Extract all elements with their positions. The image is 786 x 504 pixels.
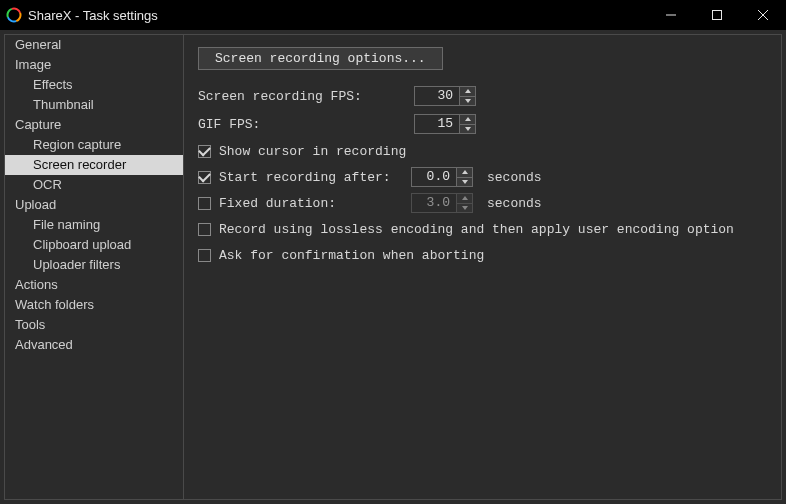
gif-fps-label: GIF FPS: [198,117,414,132]
gif-fps-down[interactable] [460,124,475,134]
start-after-checkbox[interactable] [198,171,211,184]
start-after-spinner[interactable]: 0.0 [411,167,473,187]
fixed-duration-up [457,194,472,203]
fixed-duration-value: 3.0 [412,194,456,212]
window-title: ShareX - Task settings [28,8,158,23]
start-after-label: Start recording after: [219,170,411,185]
show-cursor-checkbox[interactable] [198,145,211,158]
sidebar-item-image[interactable]: Image [5,55,183,75]
sidebar-item-thumbnail[interactable]: Thumbnail [5,95,183,115]
start-after-up[interactable] [457,168,472,177]
fps-down[interactable] [460,96,475,106]
minimize-button[interactable] [648,0,694,30]
maximize-button[interactable] [694,0,740,30]
fps-up[interactable] [460,87,475,96]
close-button[interactable] [740,0,786,30]
sidebar-item-clipboard-upload[interactable]: Clipboard upload [5,235,183,255]
settings-panel: Screen recording options... Screen recor… [184,34,782,500]
svg-rect-5 [713,11,722,20]
fixed-duration-checkbox[interactable] [198,197,211,210]
fixed-duration-spinner: 3.0 [411,193,473,213]
fixed-duration-down [457,203,472,213]
sidebar-item-ocr[interactable]: OCR [5,175,183,195]
sidebar-item-effects[interactable]: Effects [5,75,183,95]
gif-fps-spinner[interactable]: 15 [414,114,476,134]
fps-spinner[interactable]: 30 [414,86,476,106]
sidebar-item-capture[interactable]: Capture [5,115,183,135]
sidebar-item-advanced[interactable]: Advanced [5,335,183,355]
start-after-value: 0.0 [412,168,456,186]
lossless-checkbox[interactable] [198,223,211,236]
sidebar-item-actions[interactable]: Actions [5,275,183,295]
fps-label: Screen recording FPS: [198,89,414,104]
sidebar-item-uploader-filters[interactable]: Uploader filters [5,255,183,275]
sidebar-item-file-naming[interactable]: File naming [5,215,183,235]
titlebar: ShareX - Task settings [0,0,786,30]
sidebar-item-screen-recorder[interactable]: Screen recorder [5,155,183,175]
lossless-label: Record using lossless encoding and then … [219,222,734,237]
screen-recording-options-button[interactable]: Screen recording options... [198,47,443,70]
sidebar-item-upload[interactable]: Upload [5,195,183,215]
confirm-abort-label: Ask for confirmation when aborting [219,248,484,263]
sidebar-item-tools[interactable]: Tools [5,315,183,335]
app-icon [6,7,22,23]
gif-fps-up[interactable] [460,115,475,124]
fps-value: 30 [415,87,459,105]
start-after-unit: seconds [487,170,542,185]
sidebar-item-watch-folders[interactable]: Watch folders [5,295,183,315]
start-after-down[interactable] [457,177,472,187]
fixed-duration-unit: seconds [487,196,542,211]
sidebar-item-region-capture[interactable]: Region capture [5,135,183,155]
sidebar-item-general[interactable]: General [5,35,183,55]
confirm-abort-checkbox[interactable] [198,249,211,262]
sidebar: GeneralImageEffectsThumbnailCaptureRegio… [4,34,184,500]
fixed-duration-label: Fixed duration: [219,196,411,211]
gif-fps-value: 15 [415,115,459,133]
show-cursor-label: Show cursor in recording [219,144,406,159]
